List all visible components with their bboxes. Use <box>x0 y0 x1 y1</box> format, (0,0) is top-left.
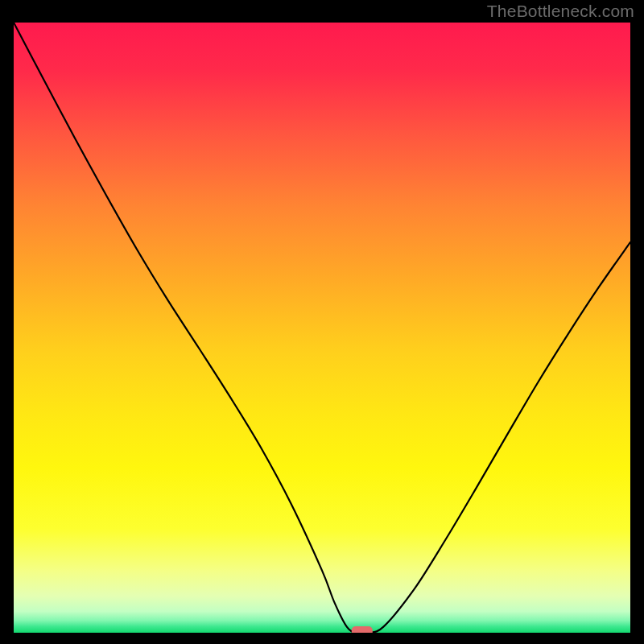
watermark-text: TheBottleneck.com <box>487 2 634 21</box>
chart-frame: TheBottleneck.com <box>0 0 644 644</box>
optimum-marker <box>352 626 373 633</box>
plot-area <box>14 23 630 633</box>
heatmap-background <box>14 23 630 633</box>
plot-svg <box>14 23 630 633</box>
